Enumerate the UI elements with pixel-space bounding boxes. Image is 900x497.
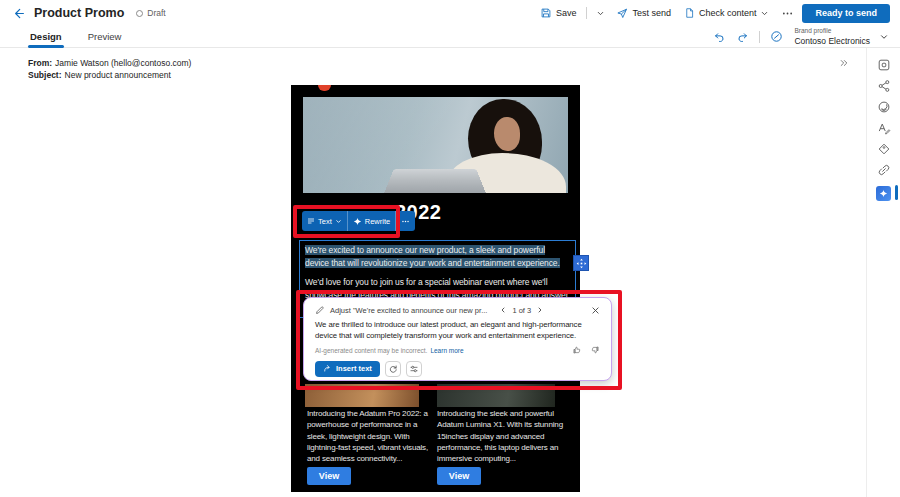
insert-text-button[interactable]: Insert text — [315, 361, 380, 377]
tab-design[interactable]: Design — [28, 26, 64, 48]
view-button-left[interactable]: View — [307, 467, 351, 485]
view-button-right[interactable]: View — [437, 467, 481, 485]
more-commands-button[interactable] — [779, 5, 795, 21]
undo-button[interactable] — [711, 29, 727, 45]
product-text-right[interactable]: Introducing the sleek and powerful Adatu… — [437, 408, 565, 464]
theme-panel-button[interactable] — [875, 98, 893, 116]
product-image-right[interactable] — [437, 384, 555, 407]
ai-disclaimer: AI-generated content may be incorrect. — [315, 347, 427, 354]
close-popup-button[interactable] — [591, 306, 600, 315]
tab-preview[interactable]: Preview — [86, 26, 124, 48]
pencil-icon — [315, 305, 325, 315]
email-meta: From:Jamie Watson (hello@contoso.com) Su… — [28, 57, 191, 81]
thumbs-down-button[interactable] — [589, 345, 600, 356]
from-line: From:Jamie Watson (hello@contoso.com) — [28, 57, 191, 69]
elements-panel-button[interactable] — [875, 77, 893, 95]
block-move-handle[interactable] — [573, 255, 589, 271]
check-content-button[interactable]: Check content — [681, 3, 773, 23]
previous-suggestion-button[interactable] — [498, 305, 508, 315]
insert-arrow-icon — [323, 364, 332, 373]
product-image-left[interactable] — [305, 384, 419, 407]
product-text-left[interactable]: Introducing the Adatum Pro 2022: a power… — [307, 408, 429, 464]
suggested-text: We are thrilled to introduce our latest … — [315, 320, 600, 342]
right-tool-rail — [866, 48, 900, 497]
brand-profile-selector[interactable]: Brand profile Contoso Electronics — [794, 28, 870, 45]
tag-panel-button[interactable] — [875, 140, 893, 158]
text-edit-icon — [877, 121, 891, 135]
copilot-sparkle-icon — [353, 217, 362, 226]
chevron-down-icon — [760, 9, 769, 18]
test-send-icon — [616, 7, 628, 19]
brand-profile-chevron[interactable] — [878, 29, 890, 45]
test-send-button[interactable]: Test send — [613, 3, 674, 23]
status-badge: Draft — [136, 8, 165, 18]
save-split-chevron[interactable] — [594, 5, 606, 21]
brand-logo-dot — [318, 85, 331, 91]
text-lines-icon — [307, 217, 315, 225]
thumbs-up-icon — [572, 345, 582, 355]
top-command-bar: Product Promo Draft Save Test send Check… — [0, 0, 900, 26]
page-title: Product Promo — [34, 6, 124, 20]
tab-bar: Design Preview Brand profile Contoso Ele… — [0, 26, 900, 48]
popup-header: Adjust "We're excited to announce our ne… — [315, 305, 600, 315]
suggestion-pagination: 1 of 3 — [512, 306, 531, 315]
back-arrow-icon — [12, 7, 25, 20]
thumbs-down-icon — [590, 345, 600, 355]
tune-sliders-icon — [409, 364, 419, 374]
tag-icon — [877, 142, 891, 156]
brand-profile-icon — [768, 29, 784, 45]
more-icon — [401, 217, 410, 226]
popup-actions: Insert text — [315, 361, 600, 377]
copilot-panel-button[interactable] — [867, 184, 900, 202]
chevron-down-icon — [596, 9, 605, 18]
regenerate-icon — [388, 364, 398, 374]
undo-icon — [713, 31, 725, 43]
check-content-icon — [684, 7, 695, 19]
email-design-canvas[interactable]: 2022 We're excited to announce our new p… — [291, 85, 580, 492]
more-icon — [781, 7, 794, 20]
link-icon — [877, 163, 891, 177]
toolbar-more-button[interactable] — [395, 211, 415, 231]
popup-footer: AI-generated content may be incorrect. L… — [315, 345, 600, 356]
redo-button[interactable] — [735, 29, 751, 45]
chevron-down-icon — [335, 218, 342, 225]
adjust-tone-button[interactable] — [406, 361, 422, 377]
text-style-dropdown[interactable]: Text — [302, 211, 347, 231]
swirl-circle-icon — [877, 100, 891, 114]
active-panel-indicator — [895, 185, 898, 200]
next-suggestion-button[interactable] — [535, 305, 545, 315]
app-window: Product Promo Draft Save Test send Check… — [0, 0, 900, 497]
personalization-panel-button[interactable] — [875, 119, 893, 137]
copilot-rewrite-popup: Adjust "We're excited to announce our ne… — [303, 297, 612, 381]
paragraph-selected[interactable]: We're excited to announce our new produc… — [305, 244, 570, 269]
ready-to-send-button[interactable]: Ready to send — [802, 4, 890, 23]
move-icon — [576, 258, 587, 269]
text-context-toolbar: Text Rewrite — [302, 211, 415, 231]
close-icon — [591, 306, 600, 315]
chevron-left-icon — [499, 306, 507, 314]
collapse-panel-button[interactable] — [839, 58, 849, 68]
copilot-panel-icon — [876, 186, 891, 201]
chevron-down-icon — [879, 32, 889, 42]
divider — [586, 7, 587, 19]
save-icon — [540, 7, 552, 19]
regenerate-button[interactable] — [385, 361, 401, 377]
back-button[interactable] — [10, 5, 26, 21]
save-button[interactable]: Save — [537, 3, 580, 23]
link-panel-button[interactable] — [875, 161, 893, 179]
rewrite-button[interactable]: Rewrite — [347, 211, 395, 231]
toolbox-panel-button[interactable] — [875, 56, 893, 74]
chevron-right-icon — [536, 306, 544, 314]
double-chevron-icon — [839, 58, 849, 68]
thumbs-up-button[interactable] — [571, 345, 582, 356]
hero-image[interactable] — [303, 97, 568, 193]
draft-status-icon — [136, 10, 143, 17]
popup-title: Adjust "We're excited to announce our ne… — [330, 306, 487, 315]
toolbox-icon — [877, 58, 891, 72]
subject-line: Subject:New product announcement — [28, 69, 191, 81]
divider — [759, 31, 760, 43]
redo-icon — [737, 31, 749, 43]
learn-more-link[interactable]: Learn more — [430, 347, 463, 354]
share-nodes-icon — [877, 79, 891, 93]
